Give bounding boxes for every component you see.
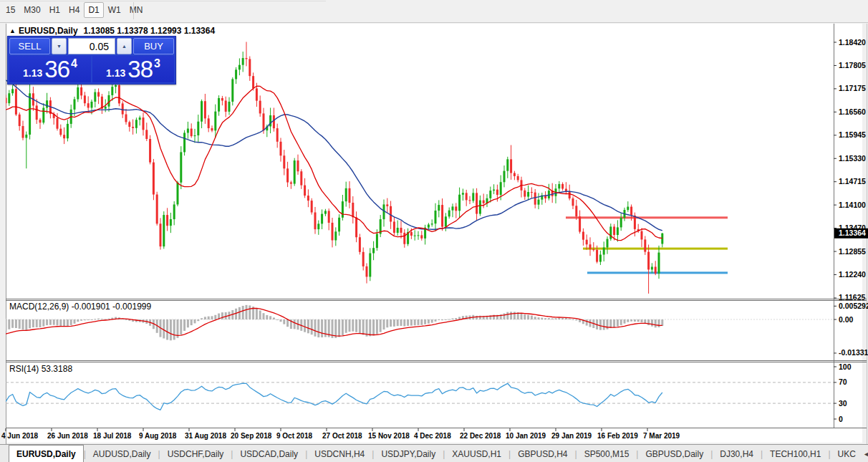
tab-scroll-buttons: ◄ ► [863, 445, 868, 462]
rsi-value: 53.3188 [42, 364, 72, 374]
sell-price-base: 1.13 [23, 66, 42, 80]
price-axis-label: 1.16560 [839, 107, 866, 116]
chart-title-ohlc: 1.13085 1.13378 1.12993 1.13364 [84, 26, 216, 36]
sell-price-sup: 4 [71, 57, 77, 70]
date-axis-label: 29 Jan 2019 [551, 432, 592, 440]
buy-price-quote[interactable]: 1.13 38 3 [92, 56, 174, 82]
chart-tab-GBPUSD-Daily[interactable]: GBPUSD,Daily [638, 445, 710, 462]
date-axis-label: 31 Aug 2018 [185, 432, 226, 440]
date-axis-label: 4 Jun 2018 [1, 432, 39, 440]
lot-increase-button[interactable]: ▲ [117, 38, 132, 54]
rsi-indicator-label: RSI(14) 53.3188 [9, 364, 72, 374]
date-axis-label: 20 Sep 2018 [231, 432, 272, 440]
macd-axis-label: 0.005292 [839, 302, 868, 310]
chart-tab-USDCNH-H4[interactable]: USDCNH,H4 [307, 445, 372, 462]
date-axis-label: 10 Jan 2019 [506, 432, 546, 440]
chart-tab-XAUUSD-H1[interactable]: XAUUSD,H1 [445, 445, 508, 462]
chart-tab-USDCAD-Daily[interactable]: USDCAD,Daily [233, 445, 305, 462]
price-axis-label: 1.14715 [839, 177, 866, 186]
timeframe-button-H4[interactable]: H4 [64, 2, 84, 18]
buy-price-base: 1.13 [106, 66, 125, 80]
lot-decrease-button[interactable]: ▼ [52, 38, 67, 54]
rsi-axis-label: 70 [839, 377, 847, 386]
buy-price-big: 38 [127, 59, 153, 80]
date-axis-label: 26 Jun 2018 [47, 432, 88, 440]
date-axis-label: 9 Oct 2018 [276, 432, 312, 440]
date-axis-label: 27 Oct 2018 [322, 432, 362, 440]
rsi-axis-label: 100 [839, 362, 852, 371]
chart-title-symbol: EURUSD,Daily [19, 26, 78, 36]
date-axis-label: 4 Dec 2018 [414, 432, 451, 440]
price-axis-label: 1.15330 [839, 154, 866, 163]
chart-tab-DJ30-H4[interactable]: DJ30,H4 [713, 445, 761, 462]
timeframe-button-MN[interactable]: MN [125, 2, 148, 18]
toolbar-top-edge [0, 1, 326, 1]
price-axis-label: 1.15945 [839, 130, 866, 139]
date-axis-label: 15 Nov 2018 [368, 432, 410, 440]
timeframe-button-M30[interactable]: M30 [19, 2, 44, 18]
chart-tab-USDJPY-Daily[interactable]: USDJPY,Daily [374, 445, 443, 462]
tabs-left-pad [0, 445, 9, 462]
sell-button[interactable]: SELL [9, 38, 50, 54]
buy-price-sup: 3 [154, 57, 160, 70]
price-axis-label: 1.12240 [839, 270, 866, 279]
timeframe-toolbar: 15M30H1H4D1W1MN [0, 0, 868, 23]
collapse-triangle-icon[interactable]: ▲ [9, 27, 16, 34]
date-axis-label: 16 Feb 2019 [597, 432, 638, 440]
price-axis-label: 1.18420 [839, 38, 866, 47]
date-axis-label: 9 Aug 2018 [139, 432, 177, 440]
price-axis-label: 1.14100 [839, 201, 866, 209]
one-click-trade-panel: SELL ▼ ▲ BUY 1.13 36 4 1.13 38 3 [7, 36, 176, 85]
macd-indicator-label: MACD(12,26,9) -0.001901 -0.001999 [9, 302, 151, 312]
buy-button[interactable]: BUY [133, 38, 174, 54]
chart-tab-UKC[interactable]: UKC [831, 445, 863, 462]
rsi-name: RSI(14) [9, 364, 39, 374]
price-axis-label: 1.17175 [839, 84, 866, 92]
chart-tab-SP500-M15[interactable]: SP500,M15 [577, 445, 637, 462]
macd-values: -0.001901 -0.001999 [72, 302, 151, 312]
chart-tab-GBPUSD-H4[interactable]: GBPUSD,H4 [511, 445, 574, 462]
sell-price-quote[interactable]: 1.13 36 4 [9, 56, 91, 82]
sell-price-big: 36 [44, 59, 69, 80]
date-axis-label: 7 Mar 2019 [643, 432, 680, 440]
chart-tabs-bar: EURUSD,Daily|AUDUSD,Daily|USDCHF,Daily|U… [0, 444, 868, 462]
rsi-axis-label: 30 [839, 399, 847, 408]
rsi-axis-label: 0 [839, 415, 843, 423]
chart-tab-TECH100-H1[interactable]: TECH100,H1 [763, 445, 828, 462]
chart-tab-EURUSD-Daily[interactable]: EURUSD,Daily [9, 445, 84, 462]
platform-window: 1.184201.178051.171751.165601.159451.153… [0, 0, 868, 462]
chart-tab-USDCHF-Daily[interactable]: USDCHF,Daily [160, 445, 231, 462]
macd-axis-label: -0.01331 [839, 348, 868, 357]
chart-tab-AUDUSD-Daily[interactable]: AUDUSD,Daily [86, 445, 158, 462]
date-axis-label: 18 Jul 2018 [93, 432, 132, 440]
macd-name: MACD(12,26,9) [9, 302, 69, 312]
price-axis-label: 1.12855 [839, 247, 866, 256]
lot-size-input[interactable] [68, 38, 115, 54]
timeframe-button-H1[interactable]: H1 [45, 2, 64, 18]
date-axis-label: 22 Dec 2018 [460, 432, 501, 440]
price-axis-label: 1.17805 [839, 61, 866, 69]
macd-axis-label: 0.00 [839, 315, 854, 324]
current-price-text: 1.13364 [839, 228, 866, 237]
chart-title: ▲EURUSD,Daily1.13085 1.13378 1.12993 1.1… [9, 26, 215, 36]
toolbar-separator [133, 2, 134, 19]
timeframe-button-D1[interactable]: D1 [84, 2, 103, 18]
timeframe-button-W1[interactable]: W1 [104, 2, 125, 18]
timeframe-button-15[interactable]: 15 [1, 2, 19, 18]
tab-scroll-left-icon[interactable]: ◄ [863, 451, 868, 458]
